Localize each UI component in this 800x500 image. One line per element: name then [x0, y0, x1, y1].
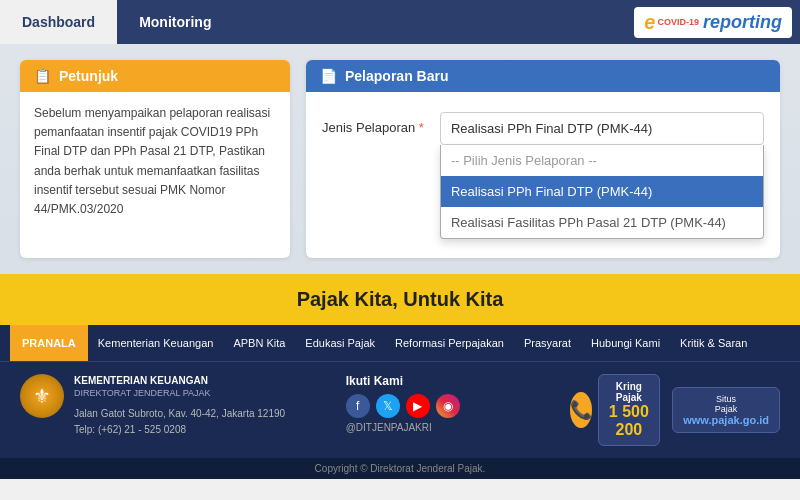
kring-number: 1 500 200: [609, 403, 650, 439]
footer-phone-section: 📞 KringPajak 1 500 200 SitusPajak www.pa…: [570, 374, 780, 446]
banner: Pajak Kita, Untuk Kita: [0, 274, 800, 325]
dropdown-item-pasal21[interactable]: Realisasi Fasilitas PPh Pasal 21 DTP (PM…: [441, 207, 763, 238]
situs-box: SitusPajak www.pajak.go.id: [672, 387, 780, 433]
tab-dashboard[interactable]: Dashboard: [0, 0, 117, 44]
dropdown-open-list: -- Pilih Jenis Pelaporan -- Realisasi PP…: [440, 145, 764, 239]
footer-address: Jalan Gatot Subroto, Kav. 40-42, Jakarta…: [74, 406, 285, 438]
instagram-icon[interactable]: ◉: [436, 394, 460, 418]
kring-box: KringPajak 1 500 200: [598, 374, 661, 446]
pelaporan-card: 📄 Pelaporan Baru Jenis Pelaporan * -- Pi…: [306, 60, 780, 258]
form-row: Jenis Pelaporan * -- Pilih Jenis Pelapor…: [306, 92, 780, 155]
banner-text: Pajak Kita, Untuk Kita: [297, 288, 504, 310]
footer-nav-reformasi[interactable]: Reformasi Perpajakan: [385, 325, 514, 361]
social-icons: f 𝕏 ▶ ◉: [346, 394, 550, 418]
logo-covid-label: COVID-19: [657, 17, 699, 27]
petunjuk-card: 📋 Petunjuk Sebelum menyampaikan pelapora…: [20, 60, 290, 258]
pelaporan-title: Pelaporan Baru: [345, 68, 448, 84]
logo-reporting-label: reporting: [703, 12, 782, 33]
kring-label: KringPajak: [609, 381, 650, 403]
jenis-pelaporan-select[interactable]: -- Pilih Jenis Pelaporan -- Realisasi PP…: [440, 112, 764, 145]
dropdown-item-placeholder[interactable]: -- Pilih Jenis Pelaporan --: [441, 145, 763, 176]
book-icon: 📋: [34, 68, 51, 84]
footer-nav-apbn[interactable]: APBN Kita: [223, 325, 295, 361]
dropdown-item-pph-final[interactable]: Realisasi PPh Final DTP (PMK-44): [441, 176, 763, 207]
petunjuk-card-header: 📋 Petunjuk: [20, 60, 290, 92]
required-marker: *: [419, 120, 424, 135]
kemenkeu-emblem: ⚜: [20, 374, 64, 418]
petunjuk-title: Petunjuk: [59, 68, 118, 84]
dropdown-wrapper: -- Pilih Jenis Pelaporan -- Realisasi PP…: [440, 112, 764, 145]
footer-nav: PRANALA Kementerian Keuangan APBN Kita E…: [0, 325, 800, 361]
footer-nav-kemenkeu[interactable]: Kementerian Keuangan: [88, 325, 224, 361]
footer-nav-edukasi[interactable]: Edukasi Pajak: [295, 325, 385, 361]
footer-bottom: ⚜ KEMENTERIAN KEUANGAN DIREKTORAT JENDER…: [0, 361, 800, 458]
nav-tabs: Dashboard Monitoring: [0, 0, 233, 44]
footer-org-sub: DIREKTORAT JENDERAL PAJAK: [74, 387, 285, 400]
footer-social-handle: @DITJENPAJAKRI: [346, 422, 550, 433]
header: Dashboard Monitoring e COVID-19 reportin…: [0, 0, 800, 44]
file-icon: 📄: [320, 68, 337, 84]
footer-nav-pranala[interactable]: PRANALA: [10, 325, 88, 361]
footer-copyright: Copyright © Direktorat Jenderal Pajak.: [0, 458, 800, 479]
situs-url[interactable]: www.pajak.go.id: [683, 414, 769, 426]
footer-org-name: KEMENTERIAN KEUANGAN: [74, 374, 285, 387]
tab-monitoring[interactable]: Monitoring: [117, 0, 233, 44]
footer-logo-section: ⚜ KEMENTERIAN KEUANGAN DIREKTORAT JENDER…: [20, 374, 326, 438]
footer-nav-hubungi[interactable]: Hubungi Kami: [581, 325, 670, 361]
footer-social-section: Ikuti Kami f 𝕏 ▶ ◉ @DITJENPAJAKRI: [346, 374, 550, 433]
twitter-icon[interactable]: 𝕏: [376, 394, 400, 418]
footer-nav-prasyarat[interactable]: Prasyarat: [514, 325, 581, 361]
footer-address-line1: Jalan Gatot Subroto, Kav. 40-42, Jakarta…: [74, 406, 285, 422]
situs-label: SitusPajak: [683, 394, 769, 414]
petunjuk-body: Sebelum menyampaikan pelaporan realisasi…: [20, 92, 290, 231]
footer-social-title: Ikuti Kami: [346, 374, 550, 388]
main-content: 📋 Petunjuk Sebelum menyampaikan pelapora…: [0, 44, 800, 274]
phone-icon: 📞: [570, 392, 592, 428]
form-label: Jenis Pelaporan *: [322, 112, 424, 135]
pelaporan-card-header: 📄 Pelaporan Baru: [306, 60, 780, 92]
footer-org-info: KEMENTERIAN KEUANGAN DIREKTORAT JENDERAL…: [74, 374, 285, 438]
logo-e-icon: e: [644, 11, 655, 34]
logo: e COVID-19 reporting: [634, 7, 792, 38]
facebook-icon[interactable]: f: [346, 394, 370, 418]
youtube-icon[interactable]: ▶: [406, 394, 430, 418]
footer-address-line2: Telp: (+62) 21 - 525 0208: [74, 422, 285, 438]
footer-nav-kritik[interactable]: Kritik & Saran: [670, 325, 757, 361]
